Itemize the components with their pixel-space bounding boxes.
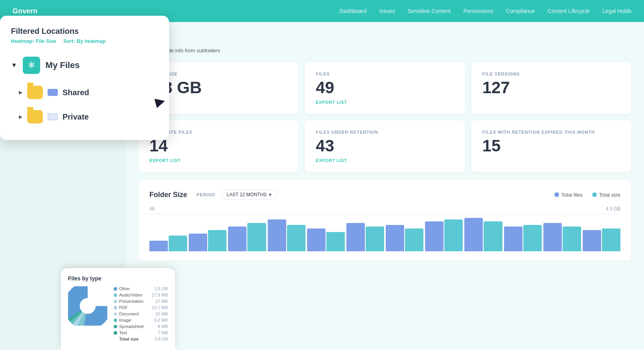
stats-grid: TOTAL SIZE 3.8 GB FILES 49 EXPORT LIST F… xyxy=(138,62,631,172)
bar-files-2 xyxy=(228,227,247,251)
navbar-link-permissions[interactable]: Permissions xyxy=(463,8,493,14)
fbt-legend-label: Audio/Video xyxy=(119,293,142,297)
navbar-link-issues[interactable]: Issues xyxy=(379,8,395,14)
bar-size-3 xyxy=(287,225,305,252)
navbar-link-legal-holds[interactable]: Legal Holds xyxy=(602,8,631,14)
fbt-legend-left: Audio/Video xyxy=(114,293,142,297)
fbt-legend-label: PDF xyxy=(119,305,128,310)
fbt-legend-left: PDF xyxy=(114,305,128,310)
sort-label: Sort: xyxy=(63,38,77,44)
bar-files-1 xyxy=(189,234,207,251)
chevron-down-icon: ▾ xyxy=(269,192,271,197)
bar-group-1 xyxy=(189,216,226,251)
tree-arrow-shared[interactable]: ▶ xyxy=(19,90,22,95)
fbt-legend-label: Other xyxy=(119,286,130,291)
heatmap-label: Heatmap: xyxy=(11,38,36,44)
pie-chart xyxy=(68,286,107,327)
fbt-legend-label: Document xyxy=(119,311,139,316)
navbar-link-dashboard[interactable]: Dashboard xyxy=(340,8,367,14)
navbar-links: DashboardIssuesSensitive ContentPermissi… xyxy=(340,7,631,15)
period-label: PERIOD xyxy=(197,192,215,197)
tree-root: ▼ My Files xyxy=(11,53,158,80)
bar-group-5 xyxy=(346,216,384,251)
bar-size-10 xyxy=(563,227,581,251)
bar-size-7 xyxy=(444,219,463,251)
bar-size-4 xyxy=(326,232,345,252)
fbt-legend-size: 3.5 GB xyxy=(155,286,168,291)
stat-value-retention-expired: 15 xyxy=(482,138,620,154)
fbt-legend-size: 7 MB xyxy=(158,330,168,335)
navbar-link-compliance[interactable]: Compliance xyxy=(506,8,535,14)
total-files-legend-label: Total files xyxy=(561,192,583,198)
files-by-type-content: Other3.5 GBAudio/Video17.9 MBPresentatio… xyxy=(68,286,168,343)
stat-value-total-size: 3.8 GB xyxy=(149,79,287,96)
bar-size-1 xyxy=(208,230,226,251)
fbt-legend-dot xyxy=(114,306,117,309)
bar-group-7 xyxy=(425,216,463,251)
toggle-row: Include info from subfolders xyxy=(138,46,631,54)
fbt-legend-item: Spreadsheet8 MB xyxy=(114,324,168,329)
total-files-legend-dot xyxy=(554,192,559,197)
fbt-legend-left: Total size xyxy=(114,337,138,341)
bar-group-0 xyxy=(149,216,187,251)
panel-title: Filtered Locations xyxy=(11,27,158,36)
stat-card-files: FILES 49 EXPORT LIST xyxy=(305,62,465,114)
svg-point-5 xyxy=(80,298,96,314)
pie-chart-svg xyxy=(68,286,107,326)
stat-card-retention-expired: FILES WITH RETENTION EXPIRED THIS MONTH … xyxy=(471,120,631,172)
bar-group-2 xyxy=(228,216,266,251)
chart-y-max-right: 4.5 GB xyxy=(606,206,620,212)
fbt-legend-label: Image xyxy=(119,318,131,322)
bar-size-9 xyxy=(523,225,542,252)
heatmap-value[interactable]: File Size xyxy=(36,38,56,44)
total-size-legend-dot xyxy=(592,192,597,197)
export-files-under-retention[interactable]: EXPORT LIST xyxy=(316,158,454,163)
bar-files-7 xyxy=(425,221,443,252)
fbt-legend-item: Total size3.8 GB xyxy=(114,337,168,341)
bar-files-4 xyxy=(307,228,326,252)
bar-files-5 xyxy=(346,223,365,251)
period-select[interactable]: LAST 12 MONTHS ▾ xyxy=(222,190,277,200)
bar-group-9 xyxy=(504,216,542,251)
folder-size-section: Folder Size PERIOD LAST 12 MONTHS ▾ Tota… xyxy=(138,180,631,261)
tree-item-shared[interactable]: ▶ Shared xyxy=(11,80,158,105)
stat-value-file-versions: 127 xyxy=(482,79,620,96)
sort-value[interactable]: By heatmap xyxy=(77,38,106,44)
fbt-legend-size: 3.8 GB xyxy=(155,337,168,341)
fbt-legend-item: PDF13.7 MB xyxy=(114,305,168,310)
panel-meta: Heatmap: File Size Sort: By heatmap xyxy=(11,38,158,44)
folder-icon-shared xyxy=(27,86,43,99)
bar-size-0 xyxy=(169,236,187,252)
bar-group-3 xyxy=(268,216,305,251)
stat-label-files: FILES xyxy=(316,72,454,76)
tree-arrow-private[interactable]: ▶ xyxy=(19,114,22,120)
bar-size-6 xyxy=(405,228,423,252)
navbar-link-content-lifecycle[interactable]: Content Lifecycle xyxy=(548,8,590,14)
fbt-legend-item: Audio/Video17.9 MB xyxy=(114,293,168,297)
fbt-legend-item: Image9.2 MB xyxy=(114,318,168,322)
folder-badge-private xyxy=(48,113,58,120)
fbt-legend-dot xyxy=(114,287,117,291)
fbt-legend-label: Spreadsheet xyxy=(119,324,144,329)
bar-files-8 xyxy=(464,218,483,252)
stat-label-file-versions: FILE VERSIONS xyxy=(482,72,620,76)
bar-files-3 xyxy=(268,219,286,251)
stat-card-file-versions: FILE VERSIONS 127 xyxy=(471,62,631,114)
chart-legend: Total files Total size xyxy=(554,192,620,198)
fbt-legend-dot xyxy=(114,300,117,303)
bar-files-6 xyxy=(386,225,404,252)
fbt-legend-item: Other3.5 GB xyxy=(114,286,168,291)
total-size-legend-label: Total size xyxy=(599,192,620,198)
files-by-type-panel: Files by type Other3.5 GBAudio/Video17.9… xyxy=(61,268,175,350)
navbar-link-sensitive-content[interactable]: Sensitive Content xyxy=(408,8,451,14)
export-duplicate-files[interactable]: EXPORT LIST xyxy=(149,158,287,163)
tree-item-private[interactable]: ▶ Private xyxy=(11,105,158,129)
bar-group-8 xyxy=(464,216,502,251)
fbt-legend-label: Text xyxy=(119,330,127,335)
export-files[interactable]: EXPORT LIST xyxy=(316,100,454,105)
fbt-legend-label: Presentation xyxy=(119,299,144,304)
tree-root-arrow[interactable]: ▼ xyxy=(11,62,17,69)
tree-label-shared: Shared xyxy=(63,88,89,97)
filtered-locations-panel: Filtered Locations Heatmap: File Size So… xyxy=(0,16,169,140)
folder-badge-shared xyxy=(48,89,58,96)
